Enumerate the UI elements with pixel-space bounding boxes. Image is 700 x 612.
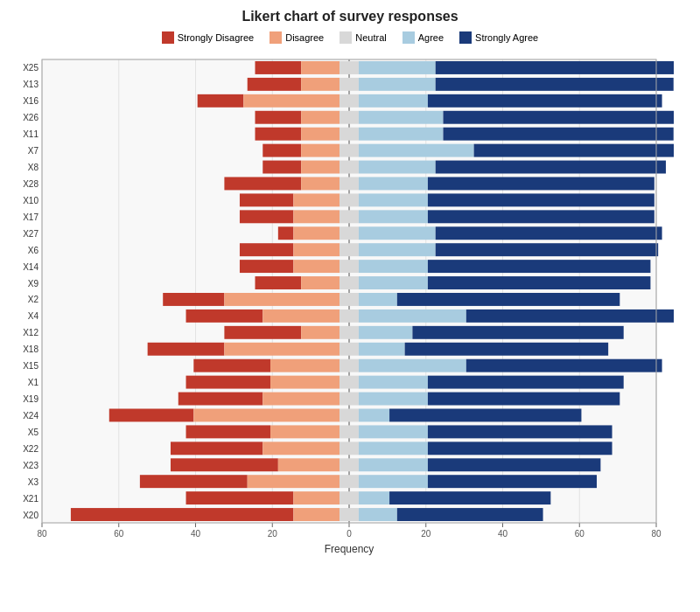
bar-a-26 bbox=[359, 491, 389, 504]
bar-sd-5 bbox=[262, 144, 301, 157]
bar-sd-12 bbox=[240, 260, 293, 273]
bar-n-20 bbox=[340, 393, 359, 406]
bar-sa-18 bbox=[466, 359, 662, 372]
bar-n-4 bbox=[340, 128, 359, 141]
x-tick-20: 20 bbox=[421, 529, 431, 539]
row-label-15: X4 bbox=[28, 311, 39, 321]
bar-sd-13 bbox=[256, 276, 302, 289]
bar-sa-10 bbox=[436, 226, 662, 240]
chart-title: Likert chart of survey responses bbox=[9, 9, 691, 24]
bar-n-15 bbox=[340, 309, 359, 323]
row-label-7: X28 bbox=[23, 179, 38, 189]
bar-n-27 bbox=[340, 508, 359, 521]
legend-color-0 bbox=[162, 31, 174, 44]
bar-sa-4 bbox=[443, 128, 673, 141]
bar-a-23 bbox=[359, 442, 428, 455]
bar-a-6 bbox=[359, 161, 436, 174]
bar-sd-15 bbox=[186, 309, 263, 323]
row-label-23: X22 bbox=[23, 444, 38, 454]
bar-sd-7 bbox=[224, 177, 301, 191]
bar-a-17 bbox=[359, 343, 405, 356]
x-tick-80: 80 bbox=[651, 529, 662, 539]
bar-sd-14 bbox=[163, 293, 224, 306]
chart-svg: X25 X13 X16 X26 X11 X7 X8 X28 X10 X17 X2… bbox=[9, 51, 674, 558]
bar-sd-25 bbox=[140, 475, 248, 488]
bar-a-11 bbox=[359, 243, 436, 256]
bar-sd-10 bbox=[278, 226, 294, 240]
legend-label-3: Agree bbox=[418, 32, 444, 43]
row-label-14: X2 bbox=[28, 295, 39, 304]
bar-sa-23 bbox=[428, 442, 612, 455]
bar-d-17 bbox=[224, 343, 340, 356]
legend-item-0: Strongly Disagree bbox=[162, 31, 254, 44]
x-tick-60: 60 bbox=[575, 529, 585, 539]
bar-n-26 bbox=[340, 491, 359, 504]
row-label-18: X15 bbox=[23, 361, 38, 371]
x-tick--20: 20 bbox=[268, 529, 278, 539]
bar-sa-15 bbox=[466, 309, 674, 323]
bar-a-25 bbox=[359, 475, 428, 488]
bar-a-7 bbox=[359, 177, 428, 191]
bar-d-6 bbox=[301, 161, 340, 174]
row-label-26: X21 bbox=[23, 494, 38, 504]
bar-n-21 bbox=[340, 409, 359, 422]
bar-n-18 bbox=[340, 359, 359, 372]
bar-a-0 bbox=[359, 61, 436, 74]
row-label-6: X8 bbox=[28, 163, 39, 172]
bar-sa-6 bbox=[436, 161, 666, 174]
x-tick-40: 40 bbox=[498, 529, 508, 539]
bar-sa-26 bbox=[389, 491, 550, 504]
legend: Strongly DisagreeDisagreeNeutralAgreeStr… bbox=[9, 31, 691, 44]
bar-a-3 bbox=[359, 111, 444, 124]
bar-a-4 bbox=[359, 128, 444, 141]
bar-n-14 bbox=[340, 293, 359, 306]
bar-d-26 bbox=[293, 491, 340, 504]
bar-sa-19 bbox=[428, 376, 624, 389]
bar-n-3 bbox=[340, 111, 359, 124]
bar-sd-2 bbox=[198, 94, 244, 108]
bar-d-14 bbox=[224, 293, 340, 306]
bar-d-12 bbox=[293, 260, 340, 273]
bar-sa-20 bbox=[428, 393, 620, 406]
row-label-25: X3 bbox=[28, 477, 39, 487]
legend-color-1 bbox=[270, 31, 282, 44]
bar-d-24 bbox=[278, 458, 340, 471]
bar-a-21 bbox=[359, 409, 389, 422]
bar-sd-19 bbox=[186, 376, 271, 389]
bar-d-0 bbox=[301, 61, 340, 74]
legend-item-1: Disagree bbox=[270, 31, 324, 44]
bar-n-13 bbox=[340, 276, 359, 289]
row-label-13: X9 bbox=[28, 279, 39, 289]
bar-a-18 bbox=[359, 359, 466, 372]
row-label-16: X12 bbox=[23, 328, 38, 337]
bar-sa-24 bbox=[428, 458, 600, 471]
bar-n-1 bbox=[340, 78, 359, 91]
row-label-9: X17 bbox=[23, 212, 38, 222]
bar-a-15 bbox=[359, 309, 466, 323]
legend-item-4: Strongly Agree bbox=[459, 31, 538, 44]
bar-sd-24 bbox=[171, 458, 278, 471]
bar-n-0 bbox=[340, 61, 359, 74]
bar-sa-5 bbox=[474, 144, 674, 157]
bar-d-8 bbox=[293, 193, 340, 206]
bar-sa-8 bbox=[428, 193, 654, 206]
row-label-17: X18 bbox=[23, 344, 38, 354]
bar-sd-11 bbox=[240, 243, 293, 256]
row-label-5: X7 bbox=[28, 146, 39, 156]
bar-d-4 bbox=[301, 128, 340, 141]
bar-d-11 bbox=[293, 243, 340, 256]
row-label-27: X20 bbox=[23, 511, 38, 520]
bar-sd-27 bbox=[71, 508, 293, 521]
bar-sd-18 bbox=[193, 359, 270, 372]
x-tick--80: 80 bbox=[37, 529, 47, 539]
x-tick--40: 40 bbox=[191, 529, 201, 539]
bar-d-25 bbox=[248, 475, 340, 488]
bar-sd-20 bbox=[178, 393, 263, 406]
bar-sd-1 bbox=[248, 78, 301, 91]
bar-a-16 bbox=[359, 326, 412, 339]
bar-a-14 bbox=[359, 293, 397, 306]
legend-label-1: Disagree bbox=[285, 32, 324, 43]
chart-container: Likert chart of survey responses Strongl… bbox=[0, 0, 700, 612]
bar-n-10 bbox=[340, 226, 359, 240]
row-label-12: X14 bbox=[23, 262, 38, 272]
